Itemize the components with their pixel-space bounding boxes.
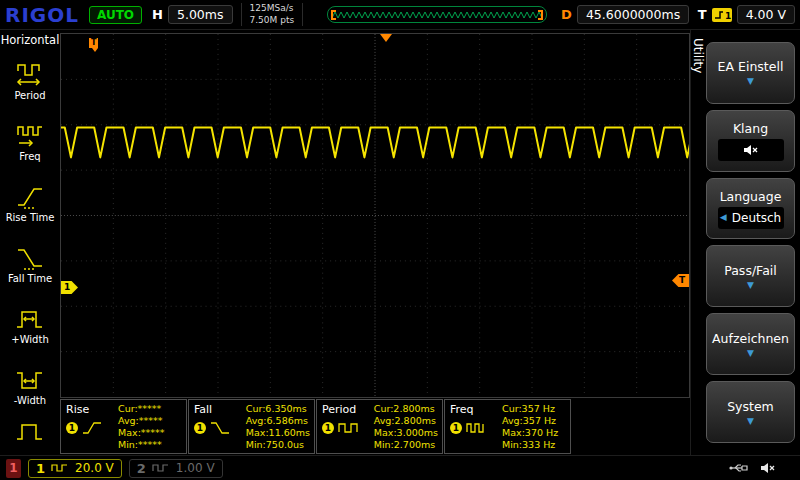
delay-label: D (561, 7, 572, 22)
measure-avg: Avg:6.586ms (246, 416, 310, 426)
measure-min: Min:750.0us (246, 440, 310, 450)
channel2-coupling-icon (152, 463, 170, 473)
sidebar-item-label: Freq (19, 151, 40, 162)
measure-avg: Avg:357 Hz (502, 416, 566, 426)
measure-cur: Cur:2.800ms (374, 404, 438, 414)
measure-cur: Cur:357 Hz (502, 404, 566, 414)
softkey-language[interactable]: Language ◀ Deutsch (706, 178, 795, 240)
measure-name: Period (322, 403, 374, 416)
window-right-bracket-icon (538, 10, 543, 20)
fall-glyph-icon (209, 420, 231, 436)
measure-cur: Cur:***** (118, 404, 182, 414)
softkey-aufzeichnen[interactable]: Aufzeichnen ▼ (706, 313, 795, 375)
freq-icon (15, 123, 45, 149)
softkey-label: Language (720, 189, 782, 204)
trigger-level-value: 4.00 V (737, 5, 795, 24)
sidebar-item-label: +Width (11, 334, 48, 345)
horizontal-measure-menu: Horizontal Period Freq Rise Time Fall Ti… (0, 30, 60, 455)
left-menu-title: Horizontal (0, 30, 60, 51)
softkey-column: EA Einstell ▼ Klang Language ◀ Deutsch P… (706, 30, 800, 455)
softkey-system[interactable]: System ▼ (706, 381, 795, 443)
brand-logo: RIGOL (5, 3, 79, 27)
rise-glyph-icon (81, 420, 103, 436)
channel2-number: 2 (137, 461, 146, 476)
svg-text:1: 1 (725, 11, 731, 21)
chevron-down-icon: ▼ (747, 77, 754, 86)
channel1-scale: 20.0 V (75, 461, 114, 475)
delay-value: 45.6000000ms (577, 5, 689, 24)
pulse-icon (15, 421, 45, 447)
softkey-label: EA Einstell (718, 59, 784, 74)
sidebar-item-rise-time[interactable]: Rise Time (0, 173, 60, 234)
sidebar-item-fall-time[interactable]: Fall Time (0, 234, 60, 295)
softkey-pass-fail[interactable]: Pass/Fail ▼ (706, 245, 795, 307)
delay-group[interactable]: D 45.6000000ms (561, 5, 689, 24)
top-bar: RIGOL AUTO H 5.00ms 125MSa/s 7.50M pts D… (0, 0, 800, 30)
trigger-mode-badge[interactable]: AUTO (89, 6, 142, 24)
measure-max: Max:370 Hz (502, 428, 566, 438)
measure-panel-period[interactable]: Period 1 Cur:2.800ms Avg:2.800ms Max:3.0… (316, 399, 443, 454)
channel-badge: 1 (194, 422, 206, 434)
sidebar-item-partial[interactable] (0, 417, 60, 455)
horizontal-timebase-group[interactable]: H 5.00ms (152, 5, 232, 24)
measure-min: Min:***** (118, 440, 182, 450)
channel2-scale: 1.00 V (176, 461, 215, 475)
usb-icon (728, 462, 750, 474)
trigger-time-flag[interactable]: T (89, 38, 98, 48)
channel1-number: 1 (36, 461, 45, 476)
trigger-position-marker-icon[interactable] (380, 34, 392, 42)
measure-name: Rise (66, 403, 118, 416)
chevron-down-icon: ▼ (747, 417, 754, 426)
measure-panel-rise[interactable]: Rise 1 Cur:***** Avg:***** Max:***** Min… (60, 399, 187, 454)
channel1-key-badge: 1 (6, 459, 21, 478)
memory-position-preview[interactable] (327, 6, 547, 23)
acquisition-info: 125MSa/s 7.50M pts (241, 3, 304, 26)
measure-cur: Cur:6.350ms (246, 404, 310, 414)
menu-tab-title: Utility (691, 30, 706, 455)
channel-badge: 1 (450, 422, 462, 434)
trigger-group[interactable]: T 1 4.00 V (698, 5, 795, 24)
softkey-label: System (727, 399, 774, 414)
window-left-bracket-icon (331, 10, 336, 20)
softkey-label: Pass/Fail (724, 263, 777, 278)
period-icon (15, 62, 45, 88)
sidebar-item-label: Fall Time (8, 273, 52, 284)
bottom-bar: 1 1 20.0 V 2 1.00 V (0, 455, 800, 480)
measure-max: Max:***** (118, 428, 182, 438)
channel1-status[interactable]: 1 20.0 V (28, 459, 122, 478)
status-icons (728, 462, 794, 474)
measure-panel-fall[interactable]: Fall 1 Cur:6.350ms Avg:6.586ms Max:11.60… (188, 399, 315, 454)
trigger-label: T (698, 7, 707, 22)
sidebar-item-minus-width[interactable]: -Width (0, 356, 60, 417)
measure-name: Freq (450, 403, 502, 416)
channel1-coupling-icon (51, 463, 69, 473)
sidebar-item-label: Rise Time (6, 212, 55, 223)
horizontal-label: H (152, 7, 163, 22)
timebase-value: 5.00ms (168, 5, 233, 24)
waveform-trace (61, 34, 689, 397)
sidebar-item-period[interactable]: Period (0, 51, 60, 112)
channel-badge: 1 (66, 422, 78, 434)
sidebar-item-plus-width[interactable]: +Width (0, 295, 60, 356)
chevron-down-icon: ▼ (747, 281, 754, 290)
sound-setting-inset (718, 139, 784, 161)
softkey-label: Aufzeichnen (712, 331, 789, 346)
softkey-ea-einstell[interactable]: EA Einstell ▼ (706, 42, 795, 104)
chevron-down-icon: ▼ (747, 349, 754, 358)
measure-panel-freq[interactable]: Freq 1 Cur:357 Hz Avg:357 Hz Max:370 Hz … (444, 399, 571, 454)
channel2-status[interactable]: 2 1.00 V (129, 459, 223, 478)
measure-min: Min:2.700ms (374, 440, 438, 450)
channel-badge: 1 (322, 422, 334, 434)
sample-rate: 125MSa/s (250, 3, 295, 14)
measure-avg: Avg:***** (118, 416, 182, 426)
sidebar-item-freq[interactable]: Freq (0, 112, 60, 173)
utility-menu: Utility EA Einstell ▼ Klang Language ◀ D… (690, 30, 800, 455)
measure-min: Min:333 Hz (502, 440, 566, 450)
language-value: Deutsch (732, 211, 781, 225)
sidebar-item-label: Period (14, 90, 45, 101)
period-glyph-icon (337, 420, 359, 436)
softkey-klang[interactable]: Klang (706, 110, 795, 172)
speaker-icon (760, 462, 776, 474)
speaker-muted-icon (743, 144, 759, 156)
minus-width-icon (15, 367, 45, 393)
